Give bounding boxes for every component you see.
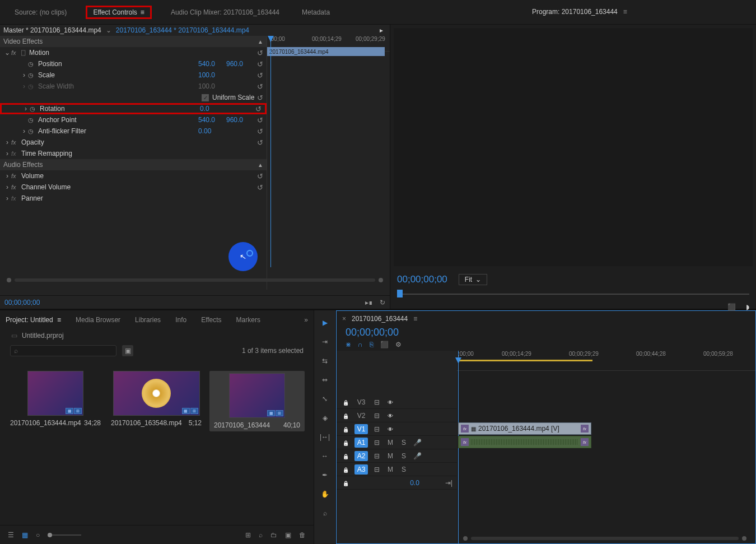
icon-view-icon[interactable]: ▦ bbox=[22, 531, 28, 539]
property-anchor-point[interactable]: Anchor Point 540.0 960.0 bbox=[0, 114, 267, 125]
reset-icon[interactable] bbox=[257, 183, 263, 192]
effect-time-remapping[interactable]: › fx Time Remapping bbox=[0, 148, 267, 159]
tab-markers[interactable]: Markers bbox=[236, 316, 260, 324]
audio-effects-header[interactable]: Audio Effects▲ bbox=[0, 159, 267, 170]
project-bins[interactable]: ▦⊞20170106_163444.mp434;28▦⊞20170106_163… bbox=[0, 360, 314, 525]
zoom-tool-icon[interactable]: ⌕ bbox=[318, 506, 332, 520]
bin-item[interactable]: ▦⊞20170106_163444.mp434;28 bbox=[8, 371, 103, 427]
twirl-right-icon[interactable]: › bbox=[3, 138, 11, 146]
property-rotation[interactable]: › Rotation 0.0 bbox=[0, 103, 267, 114]
scroll-handle[interactable] bbox=[463, 536, 468, 541]
tab-media-browser[interactable]: Media Browser bbox=[76, 316, 120, 324]
sync-lock-icon[interactable]: ⊟ bbox=[372, 452, 381, 460]
stopwatch-icon[interactable] bbox=[28, 71, 38, 79]
stopwatch-icon[interactable] bbox=[28, 127, 38, 135]
track-a2-header[interactable]: A2⊟MS🎤 bbox=[337, 449, 457, 463]
solo-button[interactable]: S bbox=[399, 439, 408, 447]
twirl-right-icon[interactable]: › bbox=[3, 194, 11, 202]
work-area-bar[interactable] bbox=[458, 360, 592, 361]
reset-icon[interactable] bbox=[257, 71, 263, 80]
reset-icon[interactable] bbox=[257, 82, 263, 91]
video-effects-header[interactable]: Video Effects▲ bbox=[0, 36, 267, 47]
freeform-view-icon[interactable]: ○ bbox=[36, 531, 40, 539]
twirl-right-icon[interactable]: › bbox=[3, 183, 11, 191]
tab-effect-controls[interactable]: Effect Controls bbox=[86, 6, 152, 19]
settings-icon[interactable]: ⚙ bbox=[395, 341, 402, 348]
lock-icon[interactable] bbox=[341, 412, 350, 420]
pen-tool-icon[interactable]: ✒ bbox=[318, 468, 332, 482]
sync-lock-icon[interactable]: ⊟ bbox=[372, 398, 381, 406]
mark-in-icon[interactable]: ◗ bbox=[746, 303, 749, 311]
solo-button[interactable]: S bbox=[399, 452, 408, 460]
eye-icon[interactable] bbox=[386, 398, 395, 406]
scroll-handle[interactable] bbox=[742, 536, 746, 541]
sync-lock-icon[interactable]: ⊟ bbox=[372, 412, 381, 420]
track-select-tool-icon[interactable]: ⇥ bbox=[318, 335, 332, 348]
tab-info[interactable]: Info bbox=[175, 316, 186, 324]
property-anti-flicker[interactable]: › Anti-flicker Filter 0.00 bbox=[0, 125, 267, 137]
menu-icon[interactable] bbox=[141, 8, 144, 16]
solo-button[interactable]: S bbox=[399, 466, 408, 473]
new-bin-button[interactable]: ▣ bbox=[122, 345, 133, 356]
timeline-clip-a1[interactable]: fxfx bbox=[458, 436, 591, 448]
effect-controls-timeline[interactable]: ;00;00 00;00;14;29 00;00;29;29 20170106_… bbox=[267, 36, 390, 290]
scroll-handle[interactable] bbox=[379, 278, 383, 282]
bin-item[interactable]: ▦⊞20170106_163548.mp45;12 bbox=[109, 371, 204, 427]
razor-tool-icon[interactable]: ◈ bbox=[318, 411, 332, 425]
reset-icon[interactable] bbox=[257, 49, 263, 57]
playhead[interactable] bbox=[270, 36, 271, 267]
lock-icon[interactable] bbox=[341, 479, 350, 487]
magnet-icon[interactable]: ∩ bbox=[358, 341, 363, 348]
position-x-value[interactable]: 540.0 bbox=[198, 60, 215, 68]
lock-icon[interactable] bbox=[341, 452, 350, 460]
snap-icon[interactable]: ⋇ bbox=[346, 341, 351, 348]
scale-value[interactable]: 100.0 bbox=[198, 71, 215, 79]
overflow-icon[interactable]: » bbox=[304, 316, 308, 324]
property-scale[interactable]: › Scale 100.0 bbox=[0, 69, 267, 81]
reset-icon[interactable] bbox=[255, 105, 262, 113]
scroll-handle[interactable] bbox=[7, 278, 11, 282]
scrubber-handle[interactable] bbox=[397, 290, 403, 297]
twirl-right-icon[interactable]: › bbox=[3, 172, 11, 180]
tab-program-monitor[interactable]: Program: 20170106_163444 bbox=[532, 8, 627, 16]
reset-icon[interactable] bbox=[257, 138, 263, 147]
menu-icon[interactable] bbox=[623, 8, 627, 16]
playhead-toggle-icon[interactable]: ▸ bbox=[380, 26, 383, 34]
new-bin-icon[interactable]: 🗀 bbox=[270, 531, 277, 539]
speed-value[interactable]: 0.0 bbox=[410, 479, 419, 487]
effect-motion[interactable]: ⌄ fx ⎕ Motion bbox=[0, 47, 267, 58]
reset-icon[interactable] bbox=[257, 60, 263, 68]
track-a3-header[interactable]: A3⊟MS bbox=[337, 463, 457, 476]
track-v1-header[interactable]: V1⊟ bbox=[337, 422, 457, 436]
track-a1-header[interactable]: A1⊟MS🎤 bbox=[337, 436, 457, 449]
program-monitor-view[interactable] bbox=[394, 28, 753, 266]
bin-thumbnail[interactable]: ▦⊞ bbox=[229, 373, 285, 418]
anti-flicker-value[interactable]: 0.00 bbox=[198, 127, 211, 135]
linked-selection-icon[interactable]: ⎘ bbox=[370, 341, 374, 348]
twirl-down-icon[interactable]: ⌄ bbox=[3, 49, 11, 57]
position-y-value[interactable]: 960.0 bbox=[226, 60, 243, 68]
list-view-icon[interactable]: ☰ bbox=[8, 531, 14, 539]
uniform-scale-checkbox[interactable]: ✓ bbox=[202, 94, 209, 101]
mic-icon[interactable]: 🎤 bbox=[413, 439, 422, 447]
fx-badge-icon[interactable]: fx bbox=[11, 195, 21, 202]
trash-icon[interactable]: 🗑 bbox=[299, 531, 306, 539]
menu-icon[interactable] bbox=[57, 316, 61, 324]
track-v2-header[interactable]: V2⊟ bbox=[337, 409, 457, 422]
tab-metadata[interactable]: Metadata bbox=[298, 6, 333, 18]
loop-icon[interactable]: ↻ bbox=[380, 299, 385, 306]
property-position[interactable]: Position 540.0 960.0 bbox=[0, 58, 267, 69]
property-uniform-scale[interactable]: ✓ Uniform Scale bbox=[0, 92, 267, 103]
stopwatch-icon[interactable] bbox=[28, 116, 38, 124]
twirl-right-icon[interactable]: › bbox=[3, 150, 11, 157]
scrollbar[interactable] bbox=[15, 278, 375, 282]
track-master-header[interactable]: 0.0⇥| bbox=[337, 476, 457, 490]
close-icon[interactable]: × bbox=[342, 315, 346, 323]
twirl-right-icon[interactable]: › bbox=[20, 127, 28, 135]
lock-icon[interactable] bbox=[341, 425, 350, 433]
menu-icon[interactable] bbox=[413, 315, 417, 323]
add-marker-icon[interactable]: ⬛ bbox=[727, 303, 736, 311]
bin-thumbnail[interactable]: ▦⊞ bbox=[113, 371, 200, 416]
rolling-edit-tool-icon[interactable]: ⇔ bbox=[318, 373, 332, 387]
stopwatch-icon[interactable] bbox=[28, 60, 38, 68]
